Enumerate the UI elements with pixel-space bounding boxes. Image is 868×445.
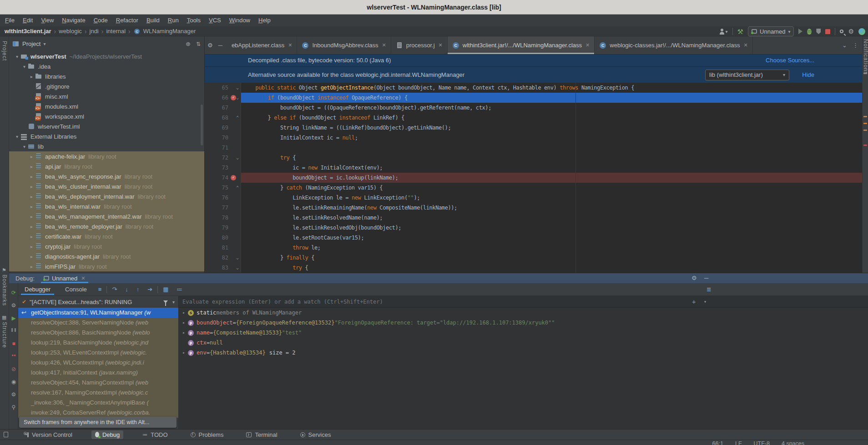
chevron-down-icon[interactable]: ▾ (704, 296, 707, 308)
add-watch-icon[interactable]: + (692, 296, 696, 308)
code-line[interactable]: 79 le.setLinkResolvedObj(boundObject); (205, 223, 862, 233)
code-line[interactable]: 80 le.setRootCause(var15); (205, 233, 862, 243)
breakpoint-icon[interactable]: ✓ (231, 175, 236, 180)
tree-item[interactable]: ▾wlserverTest~/IdeaProjects/wlserverTest (9, 51, 204, 61)
variable-row[interactable]: ▸pboundObject = {ForeignOpaqueReference@… (179, 318, 868, 328)
debug-settings-icon[interactable]: ⚙ (10, 391, 17, 398)
tree-item[interactable]: ▸bea_wls_management_internal2.warlibrary… (9, 211, 204, 221)
tree-item[interactable]: ▸libraries (9, 71, 204, 81)
settings-button[interactable]: ⚙ (848, 28, 854, 35)
view-breakpoints-icon[interactable]: ●● (10, 353, 17, 357)
breakpoint-icon[interactable]: ✓ (231, 95, 236, 100)
menu-item-navigate[interactable]: Navigate (58, 15, 89, 26)
tool-stripe-structure[interactable]: Structure (1, 322, 8, 348)
code-editor[interactable]: 65⌄ public static Object getObjectInstan… (205, 83, 862, 273)
menu-item-help[interactable]: Help (254, 15, 275, 26)
tool-window-button-terminal[interactable]: Terminal (242, 430, 281, 439)
chevron-collapsed-icon[interactable]: ▸ (28, 164, 35, 169)
stack-frame[interactable]: lookup:417, InitialContext (javax.naming… (18, 368, 178, 378)
stack-frame[interactable]: resolveObject:886, BasicNamingNode (webl… (18, 328, 178, 338)
resume-icon[interactable]: ▶ (10, 315, 17, 321)
layout-menu-icon[interactable]: ≡ (95, 286, 105, 293)
tree-item[interactable]: ▸apache-felix.jarlibrary root (9, 151, 204, 161)
chevron-collapsed-icon[interactable]: ▸ (28, 264, 35, 269)
debug-settings-icon[interactable]: ⚙ (691, 275, 697, 281)
breadcrumb-item[interactable]: WLNamingManager (143, 28, 196, 35)
stack-frame[interactable]: lookup:426, WLContextImpl (weblogic.jndi… (18, 358, 178, 368)
variable-row[interactable]: ▸pname = {CompositeName@13533} "test" (179, 328, 868, 338)
chevron-collapsed-icon[interactable]: ▸ (28, 174, 35, 179)
debug-button[interactable] (807, 29, 812, 35)
code-line[interactable]: 83⌄ try { (205, 263, 862, 273)
modify-run-config-icon[interactable]: ⚙ (10, 302, 17, 309)
source-selector[interactable]: lib (wlthint3client.jar) ▾ (705, 70, 789, 80)
fold-expanded-icon[interactable]: ⌄ (236, 253, 239, 263)
tree-item[interactable]: ▸icmFIPS.jarlibrary root (9, 261, 204, 271)
tree-item[interactable]: ▸diagnostics-agent.jarlibrary root (9, 251, 204, 261)
step-out-icon[interactable]: ↑ (133, 286, 143, 293)
breadcrumb-item[interactable]: internal (106, 28, 126, 35)
menu-item-view[interactable]: View (37, 15, 58, 26)
code-line[interactable]: 68⌃ } else if (boundObject instanceof Li… (205, 113, 862, 123)
code-line[interactable]: 75⌃ } catch (NamingException var15) { (205, 183, 862, 193)
chevron-collapsed-icon[interactable]: ▸ (28, 184, 35, 189)
user-button[interactable]: ▾ (720, 29, 728, 35)
collapse-all-button[interactable]: ⇅ (196, 41, 201, 47)
debug-session-tab[interactable]: Unnamed ✕ (41, 273, 88, 283)
build-button[interactable]: ⚒ (737, 28, 743, 35)
chevron-collapsed-icon[interactable]: ▸ (28, 154, 35, 159)
code-line[interactable]: 74✓ boundObject = ic.lookup(linkName); (205, 173, 862, 183)
code-line[interactable]: 78 le.setLinkResolvedName(name); (205, 213, 862, 223)
avatar[interactable] (858, 28, 865, 35)
stop-icon[interactable]: ■ (10, 340, 17, 347)
search-everywhere-button[interactable] (840, 30, 843, 33)
settings-layout-icon[interactable]: ≔ (174, 286, 186, 293)
stack-frame[interactable]: resolveObject:454, NamingContextImpl (we… (18, 378, 178, 388)
editor-tab[interactable]: processor.j✕ (391, 36, 448, 54)
tree-item[interactable]: ▸bea_wls_cluster_internal.warlibrary roo… (9, 181, 204, 191)
debug-panel-header[interactable]: Debug: Unnamed ✕ ⚙ ─ (9, 273, 868, 283)
breadcrumb-item[interactable]: jndi (90, 28, 99, 35)
tree-item[interactable]: modules.xml (9, 101, 204, 111)
fold-expanded-icon[interactable]: ⌄ (236, 83, 239, 93)
stack-frame[interactable]: ↩getObjectInstance:91, WLNamingManager (… (18, 308, 178, 318)
run-to-cursor-icon[interactable]: ➔ (144, 286, 156, 293)
chevron-collapsed-icon[interactable]: ▸ (28, 74, 35, 79)
chevron-down-icon[interactable]: ▾ (172, 300, 175, 305)
close-icon[interactable]: ✕ (382, 42, 386, 48)
stripe-mark[interactable] (863, 73, 867, 74)
indent-setting[interactable]: 4 spaces (782, 440, 804, 445)
caret-position[interactable]: 66:1 (712, 440, 723, 445)
project-panel-title[interactable]: Project (22, 40, 40, 47)
chevron-collapsed-icon[interactable]: ▸ (28, 224, 35, 229)
tool-window-button-services[interactable]: Services (297, 430, 335, 439)
tree-item[interactable]: ▾External Libraries (9, 131, 204, 141)
chevron-collapsed-icon[interactable]: ▸ (181, 328, 187, 338)
tree-item[interactable]: ▸bea_wls_async_response.jarlibrary root (9, 171, 204, 181)
stripe-mark[interactable] (863, 130, 867, 131)
pin-icon[interactable]: ⚲ (10, 404, 17, 410)
mute-breakpoints-icon[interactable]: ⊘ (10, 366, 17, 372)
pause-icon[interactable]: ❚❚ (10, 328, 17, 332)
editor-gear-icon[interactable]: ⚙ (207, 42, 213, 49)
close-icon[interactable]: ✕ (81, 275, 85, 281)
breadcrumb-item[interactable]: wlthint3client.jar (5, 28, 51, 35)
chevron-collapsed-icon[interactable]: ▸ (28, 194, 35, 199)
editor-tab[interactable]: ebAppListener.class✕ (227, 36, 298, 54)
chevron-expanded-icon[interactable]: ▾ (21, 144, 28, 149)
code-line[interactable]: 71 (205, 143, 862, 153)
hide-panel-icon[interactable]: ─ (218, 42, 222, 49)
scrollbar-thumb[interactable] (201, 105, 203, 145)
chevron-expanded-icon[interactable]: ▾ (14, 54, 20, 59)
stack-frame[interactable]: _invoke:306, _NamingContextAnyImplBase ( (18, 398, 178, 408)
stripe-mark[interactable] (863, 123, 867, 124)
tool-stripe-bookmarks[interactable]: Bookmarks (1, 275, 8, 306)
tool-window-quick-access-icon[interactable] (4, 432, 8, 437)
evaluate-expression-bar[interactable]: Evaluate expression (Enter) or add a wat… (179, 296, 868, 308)
tree-item[interactable]: workspace.xml (9, 111, 204, 121)
chevron-collapsed-icon[interactable]: ▸ (28, 244, 35, 249)
menu-item-edit[interactable]: Edit (19, 15, 37, 26)
stripe-mark[interactable] (863, 145, 867, 146)
editor-tab[interactable]: wlthint3client.jar!/.../WLNamingManager.… (448, 36, 595, 54)
tree-item[interactable]: ▾.idea (9, 61, 204, 71)
